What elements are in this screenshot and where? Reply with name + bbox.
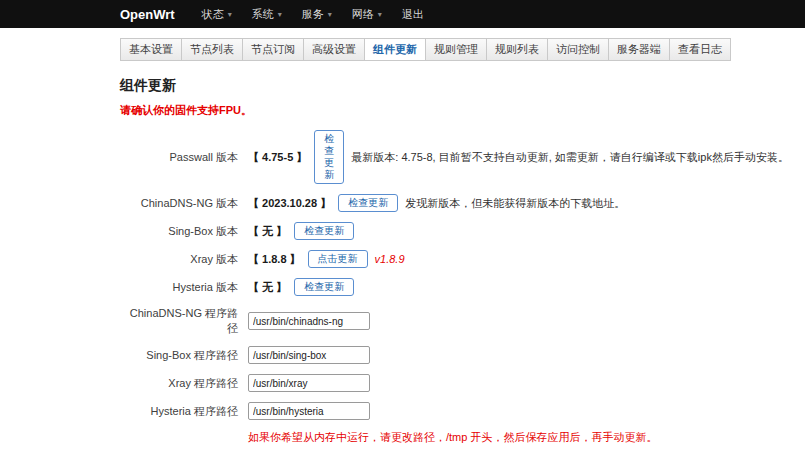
tab-component-update[interactable]: 组件更新 [364, 38, 426, 61]
xray-version-value: 【 1.8.8 】 [248, 252, 301, 267]
passwall-version-value: 【 4.75-5 】 [248, 150, 307, 165]
xray-version-label: Xray 版本 [120, 252, 238, 267]
hysteria-version-value: 【 无 】 [248, 280, 287, 295]
chevron-down-icon: ▾ [378, 10, 382, 19]
chinadns-version-note: 发现新版本，但未能获得新版本的下载地址。 [405, 196, 625, 211]
menu-network[interactable]: 网络▾ [343, 0, 391, 28]
passwall-version-row: Passwall 版本 【 4.75-5 】 检查更新 最新版本: 4.75-8… [120, 130, 685, 184]
hysteria-version-row: Hysteria 版本 【 无 】 检查更新 [120, 278, 685, 296]
memory-run-note: 如果你希望从内存中运行，请更改路径，/tmp 开头，然后保存应用后，再手动更新。 [248, 430, 685, 445]
top-navbar: OpenWrt 状态▾ 系统▾ 服务▾ 网络▾ 退出 [0, 0, 805, 28]
tab-view-log[interactable]: 查看日志 [669, 38, 731, 61]
chinadns-path-row: ChinaDNS-NG 程序路径 [120, 306, 685, 336]
chinadns-version-row: ChinaDNS-NG 版本 【 2023.10.28 】 检查更新 发现新版本… [120, 194, 685, 212]
hysteria-check-update-button[interactable]: 检查更新 [294, 278, 354, 296]
xray-click-update-button[interactable]: 点击更新 [308, 250, 368, 268]
tab-node-list[interactable]: 节点列表 [181, 38, 243, 61]
main-content: 基本设置 节点列表 节点订阅 高级设置 组件更新 规则管理 规则列表 访问控制 … [120, 38, 685, 450]
tab-server-side[interactable]: 服务器端 [608, 38, 670, 61]
fpu-warning: 请确认你的固件支持FPU。 [120, 103, 685, 118]
singbox-path-row: Sing-Box 程序路径 [120, 346, 685, 364]
tab-node-subscribe[interactable]: 节点订阅 [242, 38, 304, 61]
chinadns-check-update-button[interactable]: 检查更新 [338, 194, 398, 212]
menu-system[interactable]: 系统▾ [243, 0, 291, 28]
xray-path-label: Xray 程序路径 [120, 376, 238, 391]
tab-advanced-settings[interactable]: 高级设置 [303, 38, 365, 61]
hysteria-version-label: Hysteria 版本 [120, 280, 238, 295]
xray-path-row: Xray 程序路径 [120, 374, 685, 392]
tab-access-control[interactable]: 访问控制 [547, 38, 609, 61]
tab-rule-list[interactable]: 规则列表 [486, 38, 548, 61]
tab-strip: 基本设置 节点列表 节点订阅 高级设置 组件更新 规则管理 规则列表 访问控制 … [120, 38, 685, 61]
hysteria-path-row: Hysteria 程序路径 [120, 402, 685, 420]
chinadns-version-label: ChinaDNS-NG 版本 [120, 196, 238, 211]
passwall-version-note: 最新版本: 4.75-8, 目前暂不支持自动更新, 如需更新，请自行编译或下载i… [351, 150, 789, 165]
chevron-down-icon: ▾ [278, 10, 282, 19]
singbox-version-row: Sing-Box 版本 【 无 】 检查更新 [120, 222, 685, 240]
singbox-check-update-button[interactable]: 检查更新 [294, 222, 354, 240]
menu-status-label: 状态 [202, 7, 224, 22]
hysteria-path-label: Hysteria 程序路径 [120, 404, 238, 419]
chinadns-version-value: 【 2023.10.28 】 [248, 196, 331, 211]
xray-path-input[interactable] [248, 374, 370, 392]
menu-services[interactable]: 服务▾ [293, 0, 341, 28]
chevron-down-icon: ▾ [328, 10, 332, 19]
menu-network-label: 网络 [352, 7, 374, 22]
passwall-check-update-button[interactable]: 检查更新 [314, 130, 344, 184]
menu-status[interactable]: 状态▾ [193, 0, 241, 28]
page-title: 组件更新 [120, 77, 685, 95]
menu-logout-label: 退出 [402, 7, 424, 22]
menu-logout[interactable]: 退出 [393, 0, 433, 28]
top-menu: 状态▾ 系统▾ 服务▾ 网络▾ 退出 [193, 0, 433, 28]
tab-rule-manage[interactable]: 规则管理 [425, 38, 487, 61]
chevron-down-icon: ▾ [228, 10, 232, 19]
passwall-version-label: Passwall 版本 [120, 150, 238, 165]
brand-logo[interactable]: OpenWrt [120, 7, 175, 22]
xray-version-row: Xray 版本 【 1.8.8 】 点击更新 v1.8.9 [120, 250, 685, 268]
singbox-path-input[interactable] [248, 346, 370, 364]
menu-services-label: 服务 [302, 7, 324, 22]
chinadns-path-input[interactable] [248, 312, 370, 330]
hysteria-path-input[interactable] [248, 402, 370, 420]
menu-system-label: 系统 [252, 7, 274, 22]
singbox-path-label: Sing-Box 程序路径 [120, 348, 238, 363]
singbox-version-label: Sing-Box 版本 [120, 224, 238, 239]
singbox-version-value: 【 无 】 [248, 224, 287, 239]
xray-new-version-note: v1.8.9 [375, 253, 405, 265]
tab-basic-settings[interactable]: 基本设置 [120, 38, 182, 61]
chinadns-path-label: ChinaDNS-NG 程序路径 [120, 306, 238, 336]
